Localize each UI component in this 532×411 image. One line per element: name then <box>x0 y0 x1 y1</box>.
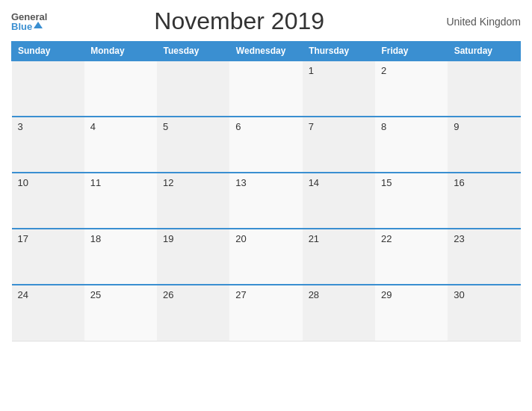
logo-triangle-icon <box>34 22 43 28</box>
day-cell: 27 <box>229 285 302 341</box>
day-number: 13 <box>235 177 246 188</box>
day-cell <box>448 61 520 117</box>
day-cell: 7 <box>303 117 375 173</box>
day-number: 16 <box>454 177 464 188</box>
day-cell: 8 <box>375 117 448 173</box>
day-number: 3 <box>18 121 23 132</box>
day-cell <box>12 61 84 117</box>
day-number: 2 <box>381 65 386 76</box>
header-wednesday: Wednesday <box>229 42 302 61</box>
day-number: 26 <box>163 289 173 300</box>
day-cell: 25 <box>84 285 157 341</box>
day-number: 4 <box>90 121 96 132</box>
day-cell: 22 <box>375 229 448 285</box>
day-number: 12 <box>163 177 173 188</box>
day-number: 21 <box>309 233 319 244</box>
day-number: 20 <box>235 233 246 244</box>
day-cell: 17 <box>12 229 84 285</box>
logo-blue-text: Blue <box>11 22 32 31</box>
day-number: 23 <box>454 233 464 244</box>
day-number: 27 <box>235 289 246 300</box>
day-number: 29 <box>381 289 392 300</box>
day-number: 30 <box>454 289 464 300</box>
day-number: 17 <box>18 233 28 244</box>
day-number: 25 <box>90 289 101 300</box>
calendar-table: Sunday Monday Tuesday Wednesday Thursday… <box>11 41 521 342</box>
day-number: 24 <box>18 289 28 300</box>
day-cell: 26 <box>157 285 229 341</box>
logo: General Blue <box>11 12 47 31</box>
day-number: 18 <box>90 233 101 244</box>
month-title: November 2019 <box>47 7 431 35</box>
calendar-container: General Blue November 2019 United Kingdo… <box>0 0 532 411</box>
day-cell: 14 <box>303 173 375 229</box>
day-number: 22 <box>381 233 392 244</box>
day-number: 28 <box>309 289 319 300</box>
day-cell: 16 <box>448 173 520 229</box>
week-row-5: 24 25 26 27 28 29 30 <box>12 285 521 341</box>
day-number: 14 <box>309 177 319 188</box>
day-cell: 4 <box>84 117 157 173</box>
week-row-4: 17 18 19 20 21 22 23 <box>12 229 521 285</box>
header-tuesday: Tuesday <box>157 42 229 61</box>
header-sunday: Sunday <box>12 42 84 61</box>
day-cell: 23 <box>448 229 520 285</box>
logo-general-text: General <box>11 12 47 22</box>
header-thursday: Thursday <box>303 42 375 61</box>
day-number: 11 <box>90 177 101 188</box>
day-cell: 3 <box>12 117 84 173</box>
week-row-3: 10 11 12 13 14 15 16 <box>12 173 521 229</box>
day-cell: 6 <box>229 117 302 173</box>
day-cell: 11 <box>84 173 157 229</box>
day-cell: 24 <box>12 285 84 341</box>
header-friday: Friday <box>375 42 448 61</box>
day-cell: 20 <box>229 229 302 285</box>
day-cell: 1 <box>303 61 375 117</box>
day-cell <box>157 61 229 117</box>
day-cell: 28 <box>303 285 375 341</box>
day-cell <box>229 61 302 117</box>
week-row-1: 1 2 <box>12 61 521 117</box>
day-cell: 9 <box>448 117 520 173</box>
day-cell: 12 <box>157 173 229 229</box>
day-number: 5 <box>163 121 168 132</box>
day-cell: 18 <box>84 229 157 285</box>
day-cell: 10 <box>12 173 84 229</box>
day-cell: 30 <box>448 285 520 341</box>
day-number: 10 <box>18 177 28 188</box>
calendar-header: General Blue November 2019 United Kingdo… <box>11 7 521 35</box>
day-cell: 21 <box>303 229 375 285</box>
day-cell: 5 <box>157 117 229 173</box>
day-number: 7 <box>309 121 314 132</box>
region-label: United Kingdom <box>431 16 521 28</box>
header-saturday: Saturday <box>448 42 520 61</box>
day-cell <box>84 61 157 117</box>
day-number: 15 <box>381 177 392 188</box>
days-header-row: Sunday Monday Tuesday Wednesday Thursday… <box>12 42 521 61</box>
day-number: 9 <box>454 121 459 132</box>
day-cell: 2 <box>375 61 448 117</box>
day-number: 6 <box>235 121 241 132</box>
day-cell: 19 <box>157 229 229 285</box>
day-number: 1 <box>309 65 314 76</box>
header-monday: Monday <box>84 42 157 61</box>
day-number: 19 <box>163 233 173 244</box>
day-cell: 15 <box>375 173 448 229</box>
day-cell: 13 <box>229 173 302 229</box>
week-row-2: 3 4 5 6 7 8 9 <box>12 117 521 173</box>
day-number: 8 <box>381 121 386 132</box>
day-cell: 29 <box>375 285 448 341</box>
